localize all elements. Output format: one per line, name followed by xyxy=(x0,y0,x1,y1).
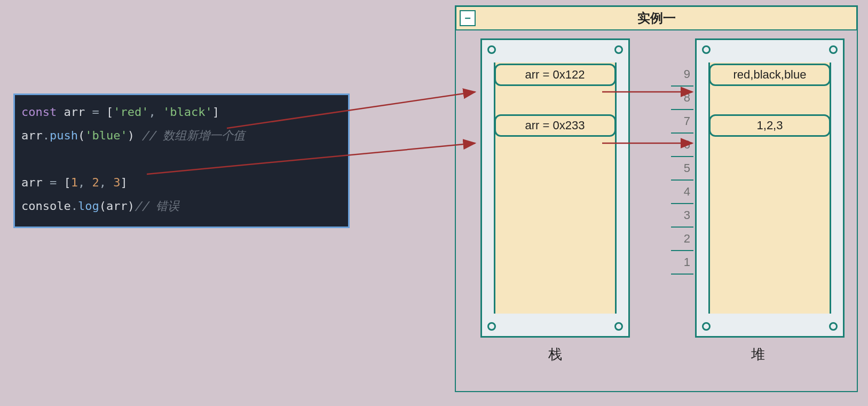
comma: , xyxy=(78,176,85,189)
string-black: 'black' xyxy=(163,105,212,119)
memory-panel: − 实例一 arr = 0x122 arr = 0x233 栈 9 xyxy=(455,5,858,392)
code-line-3 xyxy=(21,147,342,171)
paren-open: ( xyxy=(78,129,85,142)
num-1: 1 xyxy=(71,176,78,189)
tick-4: 4 xyxy=(671,181,693,204)
collapse-icon[interactable]: − xyxy=(460,10,476,26)
tick-1: 1 xyxy=(671,251,693,275)
handle-icon xyxy=(702,45,711,54)
panel-title-text: 实例一 xyxy=(637,10,676,27)
stack-inner: arr = 0x122 arr = 0x233 xyxy=(494,63,617,314)
comma: , xyxy=(148,105,155,119)
tick-8: 8 xyxy=(671,87,693,110)
heap-scale: 9 8 7 6 5 4 3 2 1 xyxy=(671,38,695,338)
num-2: 2 xyxy=(92,176,99,189)
handle-icon xyxy=(614,45,623,54)
tick-7: 7 xyxy=(671,110,693,134)
op-assign: = xyxy=(50,176,57,189)
obj-console: console xyxy=(21,199,71,213)
tick-9: 9 xyxy=(671,63,693,87)
handle-icon xyxy=(487,45,496,54)
panel-title: − 实例一 xyxy=(455,6,857,30)
tick-6: 6 xyxy=(671,134,693,157)
bracket-open: [ xyxy=(64,176,71,189)
code-block: const arr = ['red', 'black'] arr.push('b… xyxy=(13,93,350,228)
heap-wrap: 9 8 7 6 5 4 3 2 1 red,black,blue xyxy=(671,38,845,338)
dot: . xyxy=(43,129,50,142)
stack-box: arr = 0x122 arr = 0x233 xyxy=(480,38,630,338)
op-assign: = xyxy=(92,105,99,119)
paren-close: ) xyxy=(128,129,135,142)
tick-2: 2 xyxy=(671,228,693,251)
var-arr: arr xyxy=(21,176,43,189)
handle-icon xyxy=(702,322,711,331)
bracket-close: ] xyxy=(212,105,219,119)
var-arr: arr xyxy=(21,129,43,142)
heap-inner: red,black,blue 1,2,3 xyxy=(708,63,831,314)
tick-5: 5 xyxy=(671,157,693,181)
stack-label: 栈 xyxy=(548,345,562,364)
stack-column: arr = 0x122 arr = 0x233 栈 xyxy=(465,38,644,381)
var-arr: arr xyxy=(64,105,85,119)
code-line-2: arr.push('blue') // 数组新增一个值 xyxy=(21,124,342,147)
num-3: 3 xyxy=(113,176,120,189)
string-blue: 'blue' xyxy=(85,129,127,142)
comment-1: // 数组新增一个值 xyxy=(141,129,245,142)
keyword-const: const xyxy=(21,105,57,119)
string-red: 'red' xyxy=(113,105,148,119)
bracket-close: ] xyxy=(121,176,128,189)
fn-log: log xyxy=(78,199,99,213)
heap-label: 堆 xyxy=(751,345,765,364)
paren-open: ( xyxy=(99,199,106,213)
handle-icon xyxy=(614,322,623,331)
stack-cell-1: arr = 0x122 xyxy=(494,64,616,86)
handle-icon xyxy=(487,322,496,331)
comment-2: // 错误 xyxy=(135,199,179,213)
panel-body: arr = 0x122 arr = 0x233 栈 9 8 7 6 5 4 3 … xyxy=(465,38,847,381)
tick-3: 3 xyxy=(671,204,693,228)
paren-close: ) xyxy=(128,199,135,213)
dot: . xyxy=(71,199,78,213)
handle-icon xyxy=(829,322,838,331)
comma: , xyxy=(99,176,106,189)
code-line-1: const arr = ['red', 'black'] xyxy=(21,100,342,124)
bracket-open: [ xyxy=(106,105,113,119)
heap-cell-1: red,black,blue xyxy=(709,64,831,86)
code-line-5: console.log(arr)// 错误 xyxy=(21,194,342,218)
arg-arr: arr xyxy=(106,199,128,213)
heap-column: 9 8 7 6 5 4 3 2 1 red,black,blue xyxy=(668,38,847,381)
code-line-4: arr = [1, 2, 3] xyxy=(21,171,342,194)
heap-cell-2: 1,2,3 xyxy=(709,114,831,137)
stack-cell-2: arr = 0x233 xyxy=(494,114,616,137)
heap-box: red,black,blue 1,2,3 xyxy=(695,38,845,338)
handle-icon xyxy=(829,45,838,54)
fn-push: push xyxy=(50,129,78,142)
